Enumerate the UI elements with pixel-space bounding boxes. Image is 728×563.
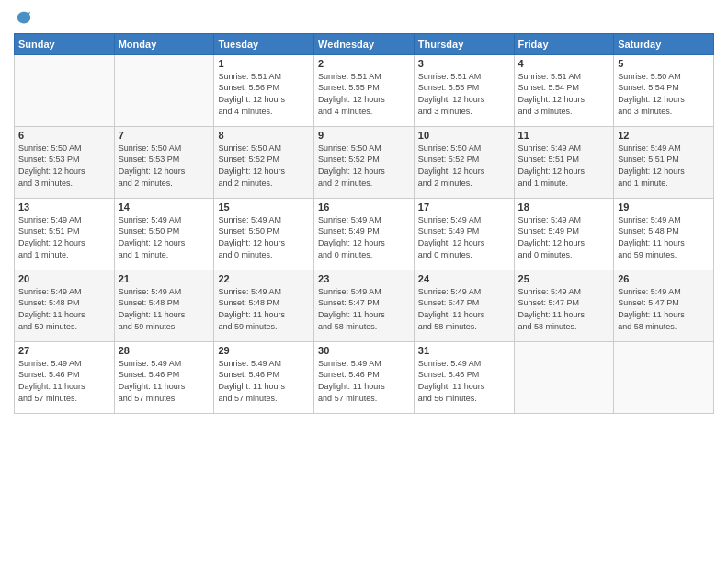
day-info: Sunrise: 5:49 AM Sunset: 5:50 PM Dayligh… [218, 214, 310, 260]
calendar-cell: 10Sunrise: 5:50 AM Sunset: 5:52 PM Dayli… [414, 126, 514, 198]
day-info: Sunrise: 5:50 AM Sunset: 5:54 PM Dayligh… [618, 71, 710, 117]
calendar-cell: 16Sunrise: 5:49 AM Sunset: 5:49 PM Dayli… [314, 198, 415, 270]
weekday-header: Thursday [414, 33, 514, 54]
day-info: Sunrise: 5:49 AM Sunset: 5:46 PM Dayligh… [218, 358, 310, 404]
day-info: Sunrise: 5:49 AM Sunset: 5:46 PM Dayligh… [318, 358, 410, 404]
weekday-header: Friday [514, 33, 614, 54]
calendar-cell: 14Sunrise: 5:49 AM Sunset: 5:50 PM Dayli… [114, 198, 214, 270]
day-number: 19 [618, 201, 710, 213]
day-info: Sunrise: 5:49 AM Sunset: 5:47 PM Dayligh… [618, 286, 710, 332]
header-row: SundayMondayTuesdayWednesdayThursdayFrid… [15, 33, 714, 54]
calendar-cell: 21Sunrise: 5:49 AM Sunset: 5:48 PM Dayli… [114, 270, 214, 341]
day-number: 23 [318, 273, 410, 284]
day-number: 24 [418, 273, 510, 284]
day-number: 10 [418, 130, 510, 141]
day-number: 12 [618, 130, 710, 141]
calendar-cell: 7Sunrise: 5:50 AM Sunset: 5:53 PM Daylig… [114, 126, 214, 198]
header [14, 9, 714, 28]
day-info: Sunrise: 5:49 AM Sunset: 5:46 PM Dayligh… [418, 358, 510, 404]
day-info: Sunrise: 5:50 AM Sunset: 5:52 PM Dayligh… [218, 143, 310, 189]
calendar-cell: 11Sunrise: 5:49 AM Sunset: 5:51 PM Dayli… [514, 126, 614, 198]
day-number: 1 [218, 58, 310, 69]
page-container: SundayMondayTuesdayWednesdayThursdayFrid… [0, 0, 728, 423]
calendar-cell: 23Sunrise: 5:49 AM Sunset: 5:47 PM Dayli… [314, 270, 415, 341]
day-number: 7 [119, 130, 210, 141]
calendar-cell: 29Sunrise: 5:49 AM Sunset: 5:46 PM Dayli… [214, 341, 314, 413]
calendar-cell: 15Sunrise: 5:49 AM Sunset: 5:50 PM Dayli… [214, 198, 314, 270]
weekday-header: Monday [114, 33, 214, 54]
day-number: 4 [518, 58, 610, 69]
calendar-cell: 13Sunrise: 5:49 AM Sunset: 5:51 PM Dayli… [15, 198, 115, 270]
day-info: Sunrise: 5:49 AM Sunset: 5:49 PM Dayligh… [518, 214, 610, 260]
calendar-cell: 26Sunrise: 5:49 AM Sunset: 5:47 PM Dayli… [614, 270, 714, 341]
day-info: Sunrise: 5:49 AM Sunset: 5:48 PM Dayligh… [218, 286, 310, 332]
day-number: 27 [18, 345, 110, 356]
calendar-cell: 4Sunrise: 5:51 AM Sunset: 5:54 PM Daylig… [514, 54, 614, 126]
calendar-cell: 24Sunrise: 5:49 AM Sunset: 5:47 PM Dayli… [414, 270, 514, 341]
day-info: Sunrise: 5:51 AM Sunset: 5:56 PM Dayligh… [218, 71, 310, 117]
calendar-cell: 18Sunrise: 5:49 AM Sunset: 5:49 PM Dayli… [514, 198, 614, 270]
day-info: Sunrise: 5:49 AM Sunset: 5:51 PM Dayligh… [518, 143, 610, 189]
day-info: Sunrise: 5:49 AM Sunset: 5:46 PM Dayligh… [18, 358, 110, 404]
day-number: 9 [318, 130, 410, 141]
day-number: 29 [218, 345, 310, 356]
calendar-cell: 30Sunrise: 5:49 AM Sunset: 5:46 PM Dayli… [314, 341, 415, 413]
logo [14, 13, 32, 28]
day-number: 16 [318, 201, 410, 213]
calendar-table: SundayMondayTuesdayWednesdayThursdayFrid… [14, 33, 714, 414]
day-number: 21 [119, 273, 210, 284]
logo-bird-icon [16, 10, 32, 27]
day-number: 22 [218, 273, 310, 284]
day-number: 30 [318, 345, 410, 356]
calendar-cell: 6Sunrise: 5:50 AM Sunset: 5:53 PM Daylig… [15, 126, 115, 198]
day-info: Sunrise: 5:49 AM Sunset: 5:48 PM Dayligh… [618, 214, 710, 260]
weekday-header: Saturday [614, 33, 714, 54]
calendar-week-row: 6Sunrise: 5:50 AM Sunset: 5:53 PM Daylig… [15, 126, 714, 198]
day-number: 11 [518, 130, 610, 141]
day-number: 18 [518, 201, 610, 213]
day-info: Sunrise: 5:49 AM Sunset: 5:50 PM Dayligh… [119, 214, 210, 260]
calendar-week-row: 27Sunrise: 5:49 AM Sunset: 5:46 PM Dayli… [15, 341, 714, 413]
calendar-cell: 27Sunrise: 5:49 AM Sunset: 5:46 PM Dayli… [15, 341, 115, 413]
day-number: 6 [18, 130, 110, 141]
weekday-header: Wednesday [314, 33, 415, 54]
calendar-cell [614, 341, 714, 413]
day-info: Sunrise: 5:49 AM Sunset: 5:47 PM Dayligh… [318, 286, 410, 332]
calendar-week-row: 20Sunrise: 5:49 AM Sunset: 5:48 PM Dayli… [15, 270, 714, 341]
calendar-cell: 9Sunrise: 5:50 AM Sunset: 5:52 PM Daylig… [314, 126, 415, 198]
day-number: 8 [218, 130, 310, 141]
day-number: 14 [119, 201, 210, 213]
day-info: Sunrise: 5:49 AM Sunset: 5:47 PM Dayligh… [418, 286, 510, 332]
day-number: 25 [518, 273, 610, 284]
day-number: 2 [318, 58, 410, 69]
day-info: Sunrise: 5:49 AM Sunset: 5:49 PM Dayligh… [318, 214, 410, 260]
calendar-cell: 3Sunrise: 5:51 AM Sunset: 5:55 PM Daylig… [414, 54, 514, 126]
calendar-cell: 20Sunrise: 5:49 AM Sunset: 5:48 PM Dayli… [15, 270, 115, 341]
day-number: 31 [418, 345, 510, 356]
day-number: 13 [18, 201, 110, 213]
calendar-cell: 8Sunrise: 5:50 AM Sunset: 5:52 PM Daylig… [214, 126, 314, 198]
day-info: Sunrise: 5:50 AM Sunset: 5:52 PM Dayligh… [418, 143, 510, 189]
calendar-cell [514, 341, 614, 413]
calendar-cell: 17Sunrise: 5:49 AM Sunset: 5:49 PM Dayli… [414, 198, 514, 270]
day-number: 17 [418, 201, 510, 213]
weekday-header: Sunday [15, 33, 115, 54]
day-number: 28 [119, 345, 210, 356]
calendar-week-row: 13Sunrise: 5:49 AM Sunset: 5:51 PM Dayli… [15, 198, 714, 270]
calendar-cell: 2Sunrise: 5:51 AM Sunset: 5:55 PM Daylig… [314, 54, 415, 126]
day-info: Sunrise: 5:49 AM Sunset: 5:49 PM Dayligh… [418, 214, 510, 260]
day-info: Sunrise: 5:51 AM Sunset: 5:54 PM Dayligh… [518, 71, 610, 117]
calendar-cell [114, 54, 214, 126]
calendar-cell: 5Sunrise: 5:50 AM Sunset: 5:54 PM Daylig… [614, 54, 714, 126]
day-number: 15 [218, 201, 310, 213]
day-info: Sunrise: 5:49 AM Sunset: 5:51 PM Dayligh… [618, 143, 710, 189]
day-info: Sunrise: 5:49 AM Sunset: 5:51 PM Dayligh… [18, 214, 110, 260]
day-info: Sunrise: 5:51 AM Sunset: 5:55 PM Dayligh… [418, 71, 510, 117]
day-number: 20 [18, 273, 110, 284]
calendar-cell: 1Sunrise: 5:51 AM Sunset: 5:56 PM Daylig… [214, 54, 314, 126]
day-number: 3 [418, 58, 510, 69]
day-info: Sunrise: 5:50 AM Sunset: 5:52 PM Dayligh… [318, 143, 410, 189]
calendar-cell: 28Sunrise: 5:49 AM Sunset: 5:46 PM Dayli… [114, 341, 214, 413]
day-info: Sunrise: 5:50 AM Sunset: 5:53 PM Dayligh… [119, 143, 210, 189]
calendar-cell: 25Sunrise: 5:49 AM Sunset: 5:47 PM Dayli… [514, 270, 614, 341]
